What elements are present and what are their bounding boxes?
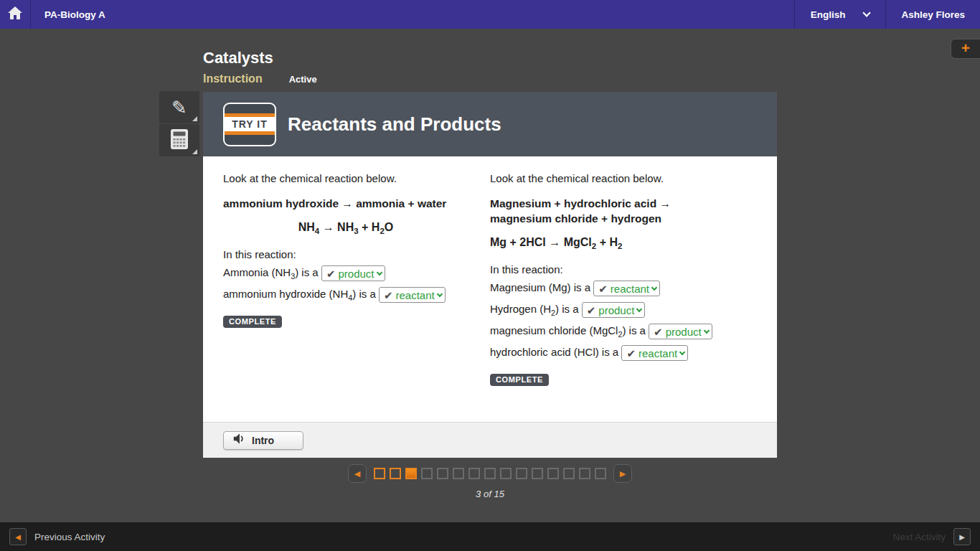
tab-instruction[interactable]: Instruction [203,72,263,85]
calculator-tool-button[interactable] [159,124,199,156]
lesson-tabs: Instruction Active [203,72,317,85]
previous-activity-button[interactable]: ◀ [9,528,27,545]
left-arrow-icon: ◀ [15,533,21,541]
complete-badge: COMPLETE [490,374,549,386]
page-square-1[interactable] [374,468,385,479]
language-dropdown[interactable]: English [794,0,887,29]
lesson-title: Catalysts [203,49,273,67]
tab-active[interactable]: Active [289,74,317,85]
try-it-logo: TRY IT [223,103,276,146]
chevron-down-icon [436,291,442,296]
page-square-14[interactable] [579,468,590,479]
page-square-9[interactable] [500,468,512,479]
intro-button-label: Intro [252,435,274,446]
reaction-role-row: magnesium chloride (MgCl2) is a ✔product [490,321,757,340]
pagination-squares [374,468,606,479]
reaction-role-row: Ammonia (NH3) is a ✔product [223,263,490,282]
row-label: Hydrogen (H2) is a [490,303,582,315]
calculator-icon [170,128,189,153]
check-icon: ✔ [384,290,393,301]
page-square-7[interactable] [468,468,480,479]
role-dropdown-hydrogen[interactable]: ✔product [582,302,646,318]
main-area: Catalysts Instruction Active ✎ [0,29,980,522]
chevron-down-icon [636,306,642,311]
role-dropdown-ammonium-hydroxide[interactable]: ✔reactant [379,287,446,303]
role-dropdown-ammonia[interactable]: ✔product [321,265,385,281]
top-bar: PA-Biology A English Ashley Flores [0,0,980,29]
page-square-11[interactable] [532,468,543,479]
page-indicator: 3 of 15 [0,489,980,499]
check-icon: ✔ [626,348,636,359]
page-square-5[interactable] [437,468,448,479]
language-label: English [811,9,846,20]
right-arrow-icon: ▶ [620,469,626,479]
role-dropdown-hydrochloric-acid[interactable]: ✔reactant [621,345,688,361]
page-square-8[interactable] [484,468,496,479]
check-icon: ✔ [598,283,608,294]
row-label: hydrochloric acid (HCl) is a [490,346,621,358]
home-icon [7,6,23,23]
highlighter-tool-button[interactable]: ✎ [159,91,199,123]
activity-card: TRY IT Reactants and Products Look at th… [203,92,777,458]
page-square-4[interactable] [421,468,433,479]
course-title: PA-Biology A [44,9,105,20]
reaction-role-row: Hydrogen (H2) is a ✔product [490,299,757,319]
chevron-down-icon [376,269,382,275]
chevron-down-icon [863,9,871,17]
intro-text: Look at the chemical reaction below. [490,172,757,184]
plus-button[interactable]: + [951,39,980,59]
check-icon: ✔ [587,305,596,316]
previous-page-button[interactable]: ◀ [348,464,367,483]
next-page-button[interactable]: ▶ [613,464,632,483]
chevron-down-icon [703,327,709,333]
page-square-10[interactable] [516,468,527,479]
reaction-role-row: hydrochloric acid (HCl) is a ✔reactant [490,342,757,362]
speaker-icon [232,433,245,448]
word-equation: ammonium hydroxide → ammonia + water [223,196,490,211]
reaction-role-row: ammonium hydroxide (NH4) is a ✔reactant [223,284,490,303]
prompt-text: In this reaction: [490,263,757,276]
activity-header: TRY IT Reactants and Products [203,92,777,156]
reaction-role-row: Magnesium (Mg) is a ✔reactant [490,278,757,297]
plus-icon: + [961,39,970,56]
previous-activity-label[interactable]: Previous Activity [34,532,105,542]
next-activity-button[interactable]: ▶ [953,528,971,545]
try-it-label: TRY IT [225,117,275,131]
pencil-icon: ✎ [171,98,187,117]
check-icon: ✔ [654,326,663,337]
intro-audio-button[interactable]: Intro [223,431,303,450]
page-square-13[interactable] [563,468,575,479]
row-label: Magnesium (Mg) is a [490,281,593,293]
home-button[interactable] [0,0,31,29]
user-name[interactable]: Ashley Flores [886,9,980,20]
row-label: magnesium chloride (MgCl2) is a [490,324,649,336]
intro-text: Look at the chemical reaction below. [223,172,490,184]
left-column: Look at the chemical reaction below. amm… [223,172,490,422]
left-arrow-icon: ◀ [354,469,360,479]
row-label: Ammonia (NH3) is a [223,266,321,278]
right-arrow-icon: ▶ [959,533,965,541]
page-square-6[interactable] [453,468,464,479]
chemical-equation: NH4 → NH3 + H2O [223,221,490,234]
bottom-bar: ◀ Previous Activity Next Activity ▶ [0,522,980,551]
pagination: ◀ ▶ [0,464,980,483]
page-square-2[interactable] [390,468,401,479]
page-square-15[interactable] [595,468,606,479]
chevron-down-icon [679,349,685,354]
tool-sidebar: ✎ [159,91,199,157]
page-square-3[interactable] [405,468,417,479]
activity-body: Look at the chemical reaction below. amm… [203,156,777,422]
word-equation: Magnesium + hydrochloric acid → magnesiu… [490,196,757,226]
check-icon: ✔ [326,268,336,279]
role-dropdown-magnesium-chloride[interactable]: ✔product [649,324,712,339]
row-label: ammonium hydroxide (NH4) is a [223,288,379,300]
role-dropdown-magnesium[interactable]: ✔reactant [593,281,660,296]
prompt-text: In this reaction: [223,248,490,260]
activity-footer: Intro [203,422,777,458]
complete-badge: COMPLETE [223,316,282,328]
right-column: Look at the chemical reaction below. Mag… [490,172,757,422]
page-square-12[interactable] [547,468,559,479]
chevron-down-icon [651,284,657,290]
chemical-equation: Mg + 2HCl → MgCl2 + H2 [490,236,757,249]
activity-title: Reactants and Products [288,113,501,136]
